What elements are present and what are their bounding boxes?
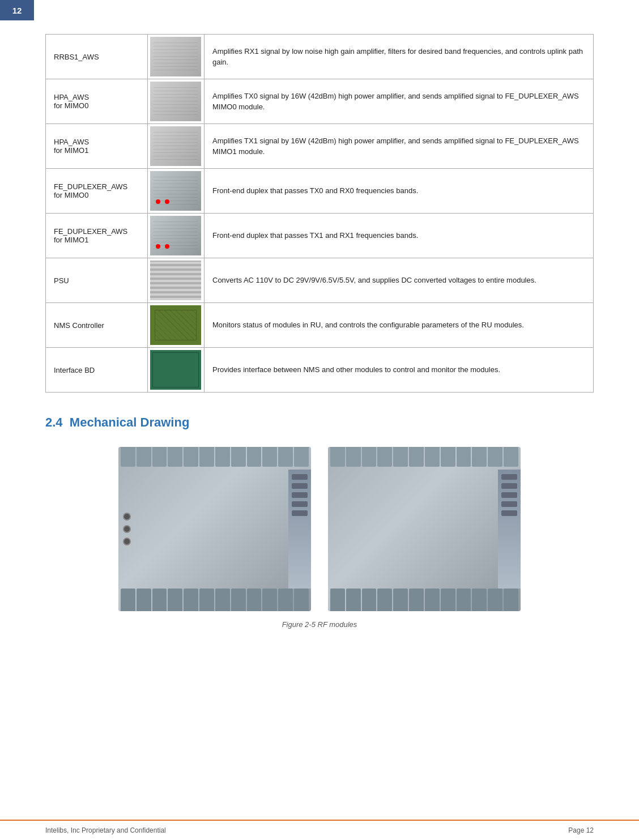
module-name: PSU [46, 258, 148, 303]
module-image [150, 126, 201, 166]
footer-left: Intelibs, Inc Proprietary and Confidenti… [45, 826, 166, 834]
module-image [150, 82, 201, 121]
figure-area: Figure 2-5 RF modules [45, 447, 594, 629]
module-image-cell [148, 35, 205, 79]
module-image-cell [148, 124, 205, 169]
module-table: RRBS1_AWSAmplifies RX1 signal by low noi… [45, 34, 594, 393]
module-image-cell [148, 258, 205, 303]
module-description: Amplifies RX1 signal by low noise high g… [205, 35, 594, 79]
module-description: Front-end duplex that passes TX1 and RX1… [205, 214, 594, 258]
module-image [150, 350, 201, 390]
module-description: Monitors status of modules in RU, and co… [205, 303, 594, 348]
table-row: FE_DUPLEXER_AWS for MIMO0Front-end duple… [46, 169, 594, 214]
rf-module-left [118, 447, 311, 611]
module-image-cell [148, 303, 205, 348]
module-image-cell [148, 169, 205, 214]
module-description: Provides interface between NMS and other… [205, 348, 594, 393]
section-title: Mechanical Drawing [70, 415, 190, 429]
table-row: NMS ControllerMonitors status of modules… [46, 303, 594, 348]
table-row: Interface BDProvides interface between N… [46, 348, 594, 393]
footer: Intelibs, Inc Proprietary and Confidenti… [0, 820, 639, 840]
table-row: FE_DUPLEXER_AWS for MIMO1Front-end duple… [46, 214, 594, 258]
module-image-cell [148, 79, 205, 124]
module-name: RRBS1_AWS [46, 35, 148, 79]
module-image [150, 261, 201, 300]
module-name: HPA_AWS for MIMO0 [46, 79, 148, 124]
module-image [150, 305, 201, 345]
module-description: Amplifies TX1 signal by 16W (42dBm) high… [205, 124, 594, 169]
table-row: HPA_AWS for MIMO1Amplifies TX1 signal by… [46, 124, 594, 169]
module-image-cell [148, 348, 205, 393]
section-heading: 2.4 Mechanical Drawing [45, 415, 594, 430]
module-image-cell [148, 214, 205, 258]
module-name: FE_DUPLEXER_AWS for MIMO1 [46, 214, 148, 258]
footer-right: Page 12 [568, 826, 594, 834]
module-name: Interface BD [46, 348, 148, 393]
page-number: 12 [0, 0, 34, 20]
module-name: NMS Controller [46, 303, 148, 348]
module-description: Front-end duplex that passes TX0 and RX0… [205, 169, 594, 214]
module-image [150, 37, 201, 76]
rf-module-right [328, 447, 521, 611]
module-name: HPA_AWS for MIMO1 [46, 124, 148, 169]
module-name: FE_DUPLEXER_AWS for MIMO0 [46, 169, 148, 214]
module-image [150, 216, 201, 255]
figure-caption: Figure 2-5 RF modules [282, 620, 357, 629]
module-description: Amplifies TX0 signal by 16W (42dBm) high… [205, 79, 594, 124]
section-number: 2.4 [45, 415, 63, 429]
module-image [150, 171, 201, 211]
module-description: Converts AC 110V to DC 29V/9V/6.5V/5.5V,… [205, 258, 594, 303]
table-row: RRBS1_AWSAmplifies RX1 signal by low noi… [46, 35, 594, 79]
figure-images [118, 447, 521, 611]
table-row: PSUConverts AC 110V to DC 29V/9V/6.5V/5.… [46, 258, 594, 303]
table-row: HPA_AWS for MIMO0Amplifies TX0 signal by… [46, 79, 594, 124]
